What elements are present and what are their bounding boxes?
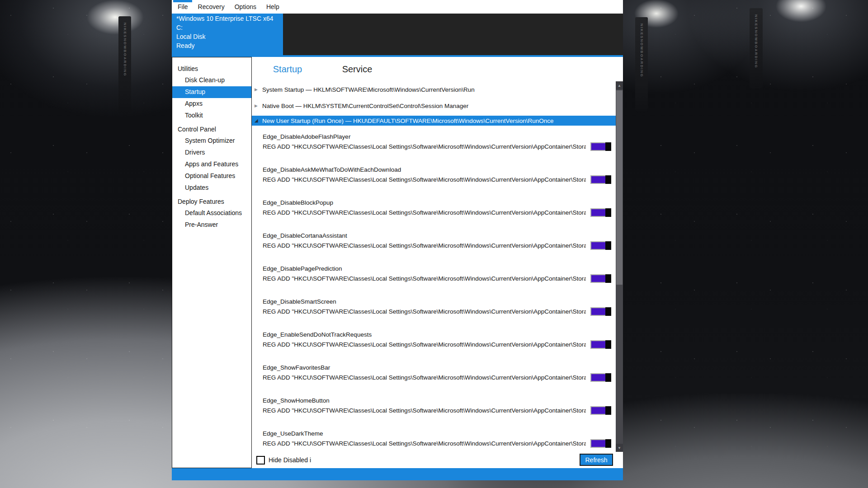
hide-disabled-label: Hide Disabled i bbox=[269, 456, 311, 464]
sidebar-section-utilities: Utilities bbox=[172, 63, 251, 75]
startup-entry: Edge_ShowFavoritesBarREG ADD "HKCU\SOFTW… bbox=[252, 357, 616, 389]
window-bottom-strip bbox=[172, 468, 623, 480]
menu-item-options[interactable]: Options bbox=[230, 3, 261, 10]
toggle-switch[interactable] bbox=[590, 142, 611, 151]
snowboard-banner-right: NIKESNOWBOARDING bbox=[635, 17, 648, 111]
content: Startup Service ◢New User Startup (Run O… bbox=[252, 57, 623, 468]
toggle-switch[interactable] bbox=[590, 307, 611, 316]
entry-command: REG ADD "HKCU\SOFTWARE\Classes\Local Set… bbox=[263, 209, 586, 216]
scrollbar[interactable]: ▲ ▼ bbox=[616, 81, 623, 452]
tab-service[interactable]: Service bbox=[322, 64, 392, 75]
entry-command: REG ADD "HKCU\SOFTWARE\Classes\Local Set… bbox=[263, 374, 586, 381]
tree-group-row[interactable]: ▶Native Boot — HKLM\SYSTEM\CurrentContro… bbox=[255, 99, 616, 112]
toggle-knob bbox=[605, 274, 611, 283]
tab-bar: Startup Service bbox=[252, 57, 623, 81]
refresh-button[interactable]: Refresh bbox=[580, 454, 613, 466]
info-line-0: *Windows 10 Enterprise LTSC x64 bbox=[176, 14, 283, 23]
banner-text: NIKESNOWBOARDING bbox=[123, 23, 127, 114]
startup-entry: Edge_DisableSmartScreenREG ADD "HKCU\SOF… bbox=[252, 291, 616, 324]
sidebar-item-appxs[interactable]: Appxs bbox=[172, 98, 251, 110]
entry-name: Edge_DisableBlockPopup bbox=[263, 199, 616, 206]
sidebar-item-startup[interactable]: Startup bbox=[172, 86, 251, 98]
chevron-collapsed-icon[interactable]: ▶ bbox=[255, 104, 262, 108]
toggle-switch[interactable] bbox=[590, 406, 611, 415]
toggle-knob bbox=[605, 241, 611, 250]
sidebar-item-pre-answer[interactable]: Pre-Answer bbox=[172, 219, 251, 231]
startup-entry: Edge_UseDarkThemeREG ADD "HKCU\SOFTWARE\… bbox=[252, 422, 616, 452]
sidebar-item-toolkit[interactable]: Toolkit bbox=[172, 110, 251, 122]
startup-entry: Edge_DisablePagePredictionREG ADD "HKCU\… bbox=[252, 258, 616, 291]
header-dark-area bbox=[283, 14, 623, 55]
app-window: FileRecoveryOptionsHelp *Windows 10 Ente… bbox=[172, 0, 623, 480]
sidebar-item-disk-clean-up[interactable]: Disk Clean-up bbox=[172, 75, 251, 86]
header: *Windows 10 Enterprise LTSC x64C:Local D… bbox=[172, 14, 623, 55]
sidebar-item-optional-features[interactable]: Optional Features bbox=[172, 170, 251, 182]
toggle-knob bbox=[605, 142, 611, 151]
menu-item-file[interactable]: File bbox=[173, 3, 193, 10]
banner-text: NIKESNOWBOARDING bbox=[754, 14, 758, 89]
hide-disabled-checkbox[interactable] bbox=[256, 456, 265, 465]
toggle-knob bbox=[605, 307, 611, 316]
entry-name: Edge_EnableSendDoNotTrackRequests bbox=[263, 331, 616, 338]
toggle-switch[interactable] bbox=[590, 175, 611, 184]
bottom-bar: Hide Disabled i Refresh bbox=[252, 452, 623, 468]
sidebar-item-updates[interactable]: Updates bbox=[172, 182, 251, 194]
entry-name: Edge_DisableAdobeFlashPlayer bbox=[263, 133, 616, 140]
sidebar-section-control-panel: Control Panel bbox=[172, 123, 251, 135]
startup-entry: Edge_DisableCortanaAssistantREG ADD "HKC… bbox=[252, 225, 616, 258]
entry-command: REG ADD "HKCU\SOFTWARE\Classes\Local Set… bbox=[263, 308, 586, 315]
tree-group-row[interactable]: ▶System Startup — HKLM\SOFTWARE\Microsof… bbox=[255, 83, 616, 96]
sidebar-item-system-optimizer[interactable]: System Optimizer bbox=[172, 135, 251, 147]
toggle-knob bbox=[605, 439, 611, 448]
toggle-knob bbox=[605, 208, 611, 217]
startup-list: ◢New User Startup (Run Once) — HKU\DEFAU… bbox=[252, 81, 623, 452]
entry-name: Edge_ShowFavoritesBar bbox=[263, 364, 616, 371]
entry-command: REG ADD "HKCU\SOFTWARE\Classes\Local Set… bbox=[263, 242, 586, 249]
startup-entry: Edge_EnableSendDoNotTrackRequestsREG ADD… bbox=[252, 324, 616, 357]
sidebar-item-default-associations[interactable]: Default Associations bbox=[172, 207, 251, 219]
entry-name: Edge_DisableAskMeWhatToDoWithEachDownloa… bbox=[263, 166, 616, 173]
toggle-switch[interactable] bbox=[590, 208, 611, 217]
tree-group-label: Native Boot — HKLM\SYSTEM\CurrentControl… bbox=[262, 103, 468, 109]
sidebar-item-drivers[interactable]: Drivers bbox=[172, 147, 251, 159]
main-area: UtilitiesDisk Clean-upStartupAppxsToolki… bbox=[172, 57, 623, 468]
toggle-switch[interactable] bbox=[590, 340, 611, 349]
scrollbar-thumb[interactable] bbox=[616, 90, 623, 285]
toggle-switch[interactable] bbox=[590, 373, 611, 382]
entry-name: Edge_DisableSmartScreen bbox=[263, 298, 616, 305]
sidebar-section-deploy-features: Deploy Features bbox=[172, 196, 251, 207]
scroll-up-icon[interactable]: ▲ bbox=[616, 81, 623, 89]
entry-name: Edge_UseDarkTheme bbox=[263, 430, 616, 437]
tree-group-label: New User Startup (Run Once) — HKU\DEFAUL… bbox=[262, 117, 553, 124]
menu-item-recovery[interactable]: Recovery bbox=[193, 3, 230, 10]
menu-item-help[interactable]: Help bbox=[261, 3, 284, 10]
toggle-knob bbox=[605, 175, 611, 184]
toggle-knob bbox=[605, 340, 611, 349]
snowboard-banner-left: NIKESNOWBOARDING bbox=[118, 16, 131, 114]
info-line-2: Local Disk bbox=[176, 32, 283, 41]
toggle-switch[interactable] bbox=[590, 439, 611, 448]
toggle-knob bbox=[605, 406, 611, 415]
entry-command: REG ADD "HKCU\SOFTWARE\Classes\Local Set… bbox=[263, 176, 586, 183]
sidebar: UtilitiesDisk Clean-upStartupAppxsToolki… bbox=[172, 57, 252, 468]
entry-name: Edge_DisablePagePrediction bbox=[263, 265, 616, 272]
toggle-switch[interactable] bbox=[590, 274, 611, 283]
tab-startup[interactable]: Startup bbox=[253, 64, 322, 75]
sidebar-item-apps-and-features[interactable]: Apps and Features bbox=[172, 159, 251, 170]
entries-container: Edge_DisableAdobeFlashPlayerREG ADD "HKC… bbox=[252, 126, 616, 452]
entry-command: REG ADD "HKCU\SOFTWARE\Classes\Local Set… bbox=[263, 407, 586, 414]
entry-name: Edge_DisableCortanaAssistant bbox=[263, 232, 616, 239]
startup-entry: Edge_DisableAskMeWhatToDoWithEachDownloa… bbox=[252, 159, 616, 192]
banner-text: NIKESNOWBOARDING bbox=[640, 23, 644, 111]
entry-command: REG ADD "HKCU\SOFTWARE\Classes\Local Set… bbox=[263, 440, 586, 447]
tree-group-row-selected[interactable]: ◢New User Startup (Run Once) — HKU\DEFAU… bbox=[252, 116, 616, 126]
toggle-switch[interactable] bbox=[590, 241, 611, 250]
info-line-1: C: bbox=[176, 23, 283, 32]
image-info-panel: *Windows 10 Enterprise LTSC x64C:Local D… bbox=[172, 14, 283, 55]
chevron-expanded-icon[interactable]: ◢ bbox=[255, 118, 262, 123]
scroll-down-icon[interactable]: ▼ bbox=[616, 444, 623, 452]
startup-entry: Edge_ShowHomeButtonREG ADD "HKCU\SOFTWAR… bbox=[252, 389, 616, 422]
chevron-collapsed-icon[interactable]: ▶ bbox=[255, 88, 262, 92]
startup-entry: Edge_DisableAdobeFlashPlayerREG ADD "HKC… bbox=[252, 126, 616, 159]
entry-command: REG ADD "HKCU\SOFTWARE\Classes\Local Set… bbox=[263, 341, 586, 348]
